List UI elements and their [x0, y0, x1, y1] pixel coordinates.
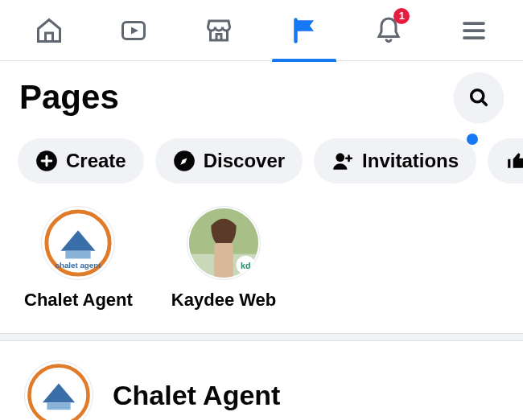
page-label: Kaydee Web	[171, 290, 276, 311]
nav-menu[interactable]	[442, 0, 506, 61]
svg-text:chalet agent: chalet agent	[56, 261, 102, 270]
page-title: Pages	[19, 78, 119, 117]
nav-notifications[interactable]: 1	[356, 0, 421, 61]
page-kaydee-web[interactable]: kd Kaydee Web	[171, 206, 276, 311]
store-icon	[204, 16, 233, 45]
chip-create[interactable]: Create	[18, 138, 144, 183]
video-icon	[119, 16, 148, 45]
avatar	[24, 360, 93, 420]
flag-icon	[290, 16, 319, 45]
search-icon	[467, 86, 490, 109]
plus-circle-icon	[35, 150, 58, 172]
page-label: Chalet Agent	[24, 290, 133, 311]
thumb-up-icon	[505, 150, 523, 172]
nav-watch[interactable]	[101, 0, 166, 61]
chip-label: Discover	[204, 150, 285, 172]
notification-badge: 1	[393, 8, 410, 24]
chip-likes[interactable]: Lik	[488, 138, 523, 183]
page-preview-header[interactable]: Chalet Agent	[0, 341, 523, 420]
my-pages-row: chalet agent Chalet Agent kd Kaydee Web	[0, 198, 523, 328]
nav-pages[interactable]	[272, 0, 336, 61]
user-plus-icon	[332, 150, 354, 172]
notification-dot	[467, 134, 478, 145]
compass-icon	[173, 150, 196, 172]
hamburger-icon	[459, 16, 488, 45]
page-chalet-agent[interactable]: chalet agent Chalet Agent	[24, 206, 133, 311]
nav-marketplace[interactable]	[187, 0, 251, 61]
chip-discover[interactable]: Discover	[155, 138, 303, 183]
page-header: Pages	[0, 61, 523, 130]
home-icon	[35, 16, 64, 45]
chip-label: Create	[66, 150, 126, 172]
page-preview-title: Chalet Agent	[113, 380, 280, 411]
chip-label: Invitations	[362, 150, 459, 172]
svg-point-4	[336, 153, 344, 162]
action-chips: Create Discover Invitations Lik	[0, 130, 523, 198]
top-nav: 1	[0, 0, 523, 61]
section-divider	[0, 333, 523, 341]
chip-invitations[interactable]: Invitations	[314, 138, 476, 183]
nav-home[interactable]	[17, 0, 81, 61]
svg-text:kd: kd	[241, 261, 251, 270]
avatar: chalet agent	[41, 206, 115, 280]
search-button[interactable]	[454, 72, 504, 122]
svg-rect-11	[214, 243, 233, 279]
avatar: kd	[187, 206, 261, 280]
